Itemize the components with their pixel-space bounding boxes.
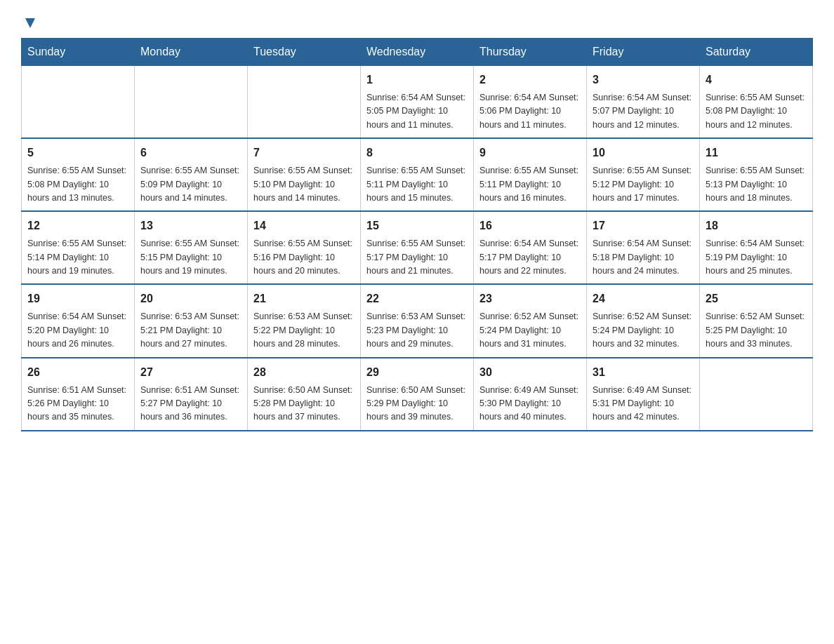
day-number: 17 xyxy=(593,217,694,234)
day-number: 25 xyxy=(706,290,807,307)
day-info: Sunrise: 6:54 AM Sunset: 5:19 PM Dayligh… xyxy=(706,237,807,278)
day-number: 11 xyxy=(706,145,807,161)
day-cell xyxy=(248,66,361,139)
week-row-2: 5Sunrise: 6:55 AM Sunset: 5:08 PM Daylig… xyxy=(22,138,813,211)
week-row-4: 19Sunrise: 6:54 AM Sunset: 5:20 PM Dayli… xyxy=(22,284,813,357)
day-cell: 28Sunrise: 6:50 AM Sunset: 5:28 PM Dayli… xyxy=(248,358,361,431)
day-cell: 20Sunrise: 6:53 AM Sunset: 5:21 PM Dayli… xyxy=(135,284,248,357)
day-cell: 11Sunrise: 6:55 AM Sunset: 5:13 PM Dayli… xyxy=(700,138,813,211)
day-number: 27 xyxy=(140,364,241,381)
logo-triangle-icon xyxy=(22,15,38,31)
day-info: Sunrise: 6:55 AM Sunset: 5:08 PM Dayligh… xyxy=(706,91,807,132)
day-info: Sunrise: 6:53 AM Sunset: 5:22 PM Dayligh… xyxy=(253,310,355,351)
day-cell: 26Sunrise: 6:51 AM Sunset: 5:26 PM Dayli… xyxy=(22,358,135,431)
day-cell: 10Sunrise: 6:55 AM Sunset: 5:12 PM Dayli… xyxy=(587,138,700,211)
day-cell: 27Sunrise: 6:51 AM Sunset: 5:27 PM Dayli… xyxy=(135,358,248,431)
day-number: 7 xyxy=(253,145,355,161)
day-cell: 17Sunrise: 6:54 AM Sunset: 5:18 PM Dayli… xyxy=(587,211,700,284)
day-number: 13 xyxy=(140,217,241,234)
day-cell: 19Sunrise: 6:54 AM Sunset: 5:20 PM Dayli… xyxy=(22,284,135,357)
day-number: 20 xyxy=(140,290,241,307)
calendar-body: 1Sunrise: 6:54 AM Sunset: 5:05 PM Daylig… xyxy=(22,66,813,431)
day-number: 14 xyxy=(253,217,355,234)
day-info: Sunrise: 6:52 AM Sunset: 5:24 PM Dayligh… xyxy=(593,310,694,351)
day-number: 23 xyxy=(479,290,581,307)
day-info: Sunrise: 6:55 AM Sunset: 5:09 PM Dayligh… xyxy=(140,164,241,205)
week-row-3: 12Sunrise: 6:55 AM Sunset: 5:14 PM Dayli… xyxy=(22,211,813,284)
day-cell: 29Sunrise: 6:50 AM Sunset: 5:29 PM Dayli… xyxy=(361,358,474,431)
day-info: Sunrise: 6:55 AM Sunset: 5:10 PM Dayligh… xyxy=(253,164,355,205)
header-cell-thursday: Thursday xyxy=(474,39,587,66)
day-cell: 15Sunrise: 6:55 AM Sunset: 5:17 PM Dayli… xyxy=(361,211,474,284)
day-info: Sunrise: 6:53 AM Sunset: 5:21 PM Dayligh… xyxy=(140,310,241,351)
day-info: Sunrise: 6:50 AM Sunset: 5:28 PM Dayligh… xyxy=(253,384,355,424)
day-info: Sunrise: 6:52 AM Sunset: 5:24 PM Dayligh… xyxy=(479,310,581,351)
day-info: Sunrise: 6:49 AM Sunset: 5:31 PM Dayligh… xyxy=(593,384,694,424)
day-info: Sunrise: 6:55 AM Sunset: 5:11 PM Dayligh… xyxy=(366,164,468,205)
day-info: Sunrise: 6:55 AM Sunset: 5:08 PM Dayligh… xyxy=(27,164,128,205)
day-number: 6 xyxy=(140,145,241,161)
day-info: Sunrise: 6:51 AM Sunset: 5:26 PM Dayligh… xyxy=(27,384,128,424)
header-cell-friday: Friday xyxy=(587,39,700,66)
day-info: Sunrise: 6:50 AM Sunset: 5:29 PM Dayligh… xyxy=(366,384,468,424)
day-cell: 30Sunrise: 6:49 AM Sunset: 5:30 PM Dayli… xyxy=(474,358,587,431)
day-number: 21 xyxy=(253,290,355,307)
week-row-5: 26Sunrise: 6:51 AM Sunset: 5:26 PM Dayli… xyxy=(22,358,813,431)
header-cell-saturday: Saturday xyxy=(700,39,813,66)
day-number: 4 xyxy=(706,72,807,88)
day-info: Sunrise: 6:54 AM Sunset: 5:06 PM Dayligh… xyxy=(479,91,581,132)
day-number: 15 xyxy=(366,217,468,234)
header-row: SundayMondayTuesdayWednesdayThursdayFrid… xyxy=(22,39,813,66)
day-cell: 6Sunrise: 6:55 AM Sunset: 5:09 PM Daylig… xyxy=(135,138,248,211)
day-number: 28 xyxy=(253,364,355,381)
header-cell-sunday: Sunday xyxy=(22,39,135,66)
day-cell: 18Sunrise: 6:54 AM Sunset: 5:19 PM Dayli… xyxy=(700,211,813,284)
day-info: Sunrise: 6:55 AM Sunset: 5:13 PM Dayligh… xyxy=(706,164,807,205)
day-info: Sunrise: 6:55 AM Sunset: 5:14 PM Dayligh… xyxy=(27,237,128,278)
day-cell: 22Sunrise: 6:53 AM Sunset: 5:23 PM Dayli… xyxy=(361,284,474,357)
day-number: 8 xyxy=(366,145,468,161)
day-info: Sunrise: 6:55 AM Sunset: 5:16 PM Dayligh… xyxy=(253,237,355,278)
day-info: Sunrise: 6:55 AM Sunset: 5:12 PM Dayligh… xyxy=(593,164,694,205)
day-number: 31 xyxy=(593,364,694,381)
day-info: Sunrise: 6:51 AM Sunset: 5:27 PM Dayligh… xyxy=(140,384,241,424)
day-number: 3 xyxy=(593,72,694,88)
day-number: 30 xyxy=(479,364,581,381)
day-number: 5 xyxy=(27,145,128,161)
header-cell-wednesday: Wednesday xyxy=(361,39,474,66)
day-info: Sunrise: 6:54 AM Sunset: 5:20 PM Dayligh… xyxy=(27,310,128,351)
day-number: 26 xyxy=(27,364,128,381)
day-cell: 23Sunrise: 6:52 AM Sunset: 5:24 PM Dayli… xyxy=(474,284,587,357)
day-cell xyxy=(22,66,135,139)
day-number: 18 xyxy=(706,217,807,234)
day-info: Sunrise: 6:55 AM Sunset: 5:11 PM Dayligh… xyxy=(479,164,581,205)
day-info: Sunrise: 6:52 AM Sunset: 5:25 PM Dayligh… xyxy=(706,310,807,351)
week-row-1: 1Sunrise: 6:54 AM Sunset: 5:05 PM Daylig… xyxy=(22,66,813,139)
day-number: 22 xyxy=(366,290,468,307)
day-number: 12 xyxy=(27,217,128,234)
day-cell: 21Sunrise: 6:53 AM Sunset: 5:22 PM Dayli… xyxy=(248,284,361,357)
day-number: 29 xyxy=(366,364,468,381)
day-number: 10 xyxy=(593,145,694,161)
day-cell: 14Sunrise: 6:55 AM Sunset: 5:16 PM Dayli… xyxy=(248,211,361,284)
day-cell: 7Sunrise: 6:55 AM Sunset: 5:10 PM Daylig… xyxy=(248,138,361,211)
day-number: 1 xyxy=(366,72,468,88)
calendar-table: SundayMondayTuesdayWednesdayThursdayFrid… xyxy=(21,38,813,431)
day-cell: 16Sunrise: 6:54 AM Sunset: 5:17 PM Dayli… xyxy=(474,211,587,284)
svg-marker-0 xyxy=(25,18,35,28)
calendar-header: SundayMondayTuesdayWednesdayThursdayFrid… xyxy=(22,39,813,66)
day-cell: 9Sunrise: 6:55 AM Sunset: 5:11 PM Daylig… xyxy=(474,138,587,211)
day-cell: 24Sunrise: 6:52 AM Sunset: 5:24 PM Dayli… xyxy=(587,284,700,357)
day-cell: 3Sunrise: 6:54 AM Sunset: 5:07 PM Daylig… xyxy=(587,66,700,139)
day-number: 16 xyxy=(479,217,581,234)
day-cell: 31Sunrise: 6:49 AM Sunset: 5:31 PM Dayli… xyxy=(587,358,700,431)
day-info: Sunrise: 6:55 AM Sunset: 5:15 PM Dayligh… xyxy=(140,237,241,278)
day-info: Sunrise: 6:54 AM Sunset: 5:07 PM Dayligh… xyxy=(593,91,694,132)
day-cell: 12Sunrise: 6:55 AM Sunset: 5:14 PM Dayli… xyxy=(22,211,135,284)
day-cell: 13Sunrise: 6:55 AM Sunset: 5:15 PM Dayli… xyxy=(135,211,248,284)
day-info: Sunrise: 6:54 AM Sunset: 5:18 PM Dayligh… xyxy=(593,237,694,278)
logo xyxy=(21,14,38,31)
day-cell: 25Sunrise: 6:52 AM Sunset: 5:25 PM Dayli… xyxy=(700,284,813,357)
day-info: Sunrise: 6:49 AM Sunset: 5:30 PM Dayligh… xyxy=(479,384,581,424)
day-info: Sunrise: 6:55 AM Sunset: 5:17 PM Dayligh… xyxy=(366,237,468,278)
